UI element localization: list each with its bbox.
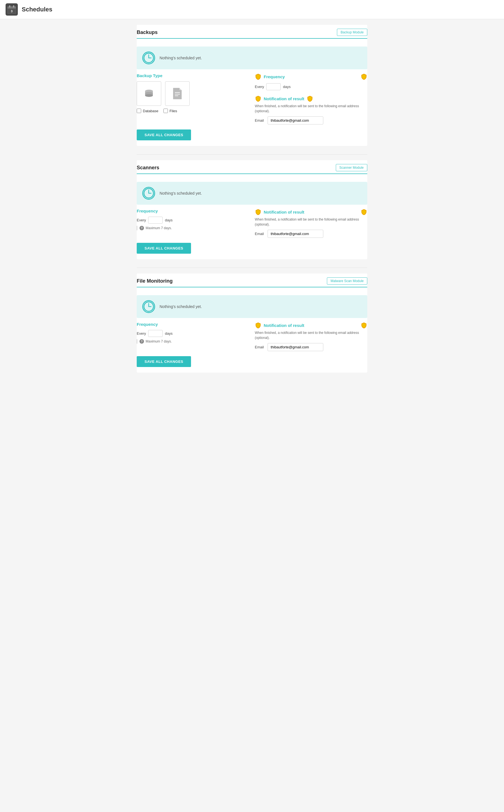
scanners-body: Nothing's scheduled yet. Frequency Every… xyxy=(137,174,367,259)
scanners-max-note: ? Maximum 7 days. xyxy=(137,226,249,230)
file-monitoring-max-note: ? Maximum 7 days. xyxy=(137,339,249,344)
backup-type-checkboxes: Database Files xyxy=(137,109,249,113)
divider-2 xyxy=(137,268,367,268)
file-monitoring-options: Frequency Every days ? Maximum 7 days. xyxy=(137,322,367,351)
database-checkbox[interactable] xyxy=(137,109,141,113)
file-monitoring-every-label: Every xyxy=(137,331,146,336)
shield-frequency-right-icon xyxy=(361,73,367,80)
page-header: 3 Schedules xyxy=(0,0,504,19)
backups-section: Backups Backup Module Nothing's schedule… xyxy=(137,25,367,146)
svg-point-17 xyxy=(144,189,153,198)
files-checkbox-label[interactable]: Files xyxy=(163,109,177,113)
backups-notification: Notification of result When finished, a … xyxy=(255,95,367,124)
scanners-notification-title: Notification of result xyxy=(255,209,367,215)
file-monitoring-email-label: Email xyxy=(255,345,265,349)
file-monitoring-section-header: File Monitoring Malware Scan Module xyxy=(137,273,367,287)
backups-notification-title: Notification of result xyxy=(255,95,313,102)
file-monitoring-title: File Monitoring xyxy=(137,278,173,284)
files-card[interactable] xyxy=(165,81,190,106)
file-monitoring-right-col: Notification of result When finished, a … xyxy=(255,322,367,351)
clock-icon-file-monitoring xyxy=(142,300,155,313)
shield-file-monitoring-right-icon xyxy=(361,322,367,329)
divider-1 xyxy=(137,154,367,155)
file-monitoring-body: Nothing's scheduled yet. Frequency Every… xyxy=(137,287,367,373)
shield-notification-right-icon xyxy=(307,95,313,102)
scanner-module-button[interactable]: Scanner Module xyxy=(336,164,367,171)
file-monitoring-section: File Monitoring Malware Scan Module Noth… xyxy=(137,273,367,373)
backups-save-button[interactable]: SAVE ALL CHANGES xyxy=(137,129,191,140)
scanners-title: Scanners xyxy=(137,165,159,171)
scanners-email-label: Email xyxy=(255,232,265,236)
backups-section-header: Backups Backup Module xyxy=(137,25,367,39)
scanners-nothing-scheduled: Nothing's scheduled yet. xyxy=(137,182,367,205)
scanners-every-label: Every xyxy=(137,218,146,222)
scanners-options: Frequency Every days ? Maximum 7 days. xyxy=(137,209,367,238)
svg-rect-3 xyxy=(9,5,10,8)
backups-right-col: Frequency Every days xyxy=(255,73,367,124)
file-monitoring-email-input[interactable] xyxy=(268,343,323,351)
backups-days-label: days xyxy=(283,85,290,89)
shield-notification-icon xyxy=(255,95,261,102)
shield-frequency-icon xyxy=(255,73,261,80)
file-monitoring-notification-desc: When finished, a notification will be se… xyxy=(255,330,367,340)
svg-rect-2 xyxy=(8,6,16,9)
scanners-right-col: Notification of result When finished, a … xyxy=(255,209,367,238)
shield-file-monitoring-icon xyxy=(255,322,261,329)
scanners-email-input[interactable] xyxy=(268,230,323,238)
backups-notification-header: Notification of result xyxy=(255,95,367,104)
backups-options: Backup Type xyxy=(137,73,367,124)
scanners-frequency-title: Frequency xyxy=(137,209,249,213)
backups-empty-text: Nothing's scheduled yet. xyxy=(160,56,202,60)
scanners-left-col: Frequency Every days ? Maximum 7 days. xyxy=(137,209,249,230)
backup-type-title: Backup Type xyxy=(137,73,249,78)
scanners-frequency-input[interactable] xyxy=(148,217,163,224)
svg-point-20 xyxy=(144,302,153,311)
backup-type-col: Backup Type xyxy=(137,73,249,113)
file-monitoring-days-label: days xyxy=(165,331,172,336)
scanners-section: Scanners Scanner Module Nothing's schedu… xyxy=(137,160,367,259)
scanners-email-row: Email xyxy=(255,230,367,238)
file-monitoring-email-row: Email xyxy=(255,343,367,351)
scanners-section-header: Scanners Scanner Module xyxy=(137,160,367,174)
file-monitoring-left-col: Frequency Every days ? Maximum 7 days. xyxy=(137,322,249,344)
file-monitoring-nothing-scheduled: Nothing's scheduled yet. xyxy=(137,295,367,318)
clock-icon xyxy=(142,52,155,64)
database-card[interactable] xyxy=(137,81,161,106)
backup-type-options xyxy=(137,81,249,106)
scanners-frequency-row: Every days xyxy=(137,217,249,224)
backups-frequency-input[interactable] xyxy=(266,83,281,90)
file-monitoring-frequency-title: Frequency xyxy=(137,322,249,327)
scanners-days-label: days xyxy=(165,218,172,222)
svg-point-13 xyxy=(145,94,153,97)
backups-frequency-row: Every days xyxy=(255,83,367,90)
backups-every-label: Every xyxy=(255,85,264,89)
database-checkbox-label[interactable]: Database xyxy=(137,109,158,113)
info-icon-file-monitoring: ? xyxy=(140,339,144,344)
scanners-save-button[interactable]: SAVE ALL CHANGES xyxy=(137,243,191,254)
svg-point-6 xyxy=(144,53,153,63)
shield-scanners-right-icon xyxy=(361,209,367,215)
malware-scan-module-button[interactable]: Malware Scan Module xyxy=(327,277,367,285)
backups-frequency-title: Frequency xyxy=(255,73,367,80)
file-monitoring-frequency-row: Every days xyxy=(137,330,249,337)
scanners-empty-text: Nothing's scheduled yet. xyxy=(160,191,202,195)
svg-text:3: 3 xyxy=(11,9,13,13)
file-monitoring-empty-text: Nothing's scheduled yet. xyxy=(160,304,202,309)
backups-title: Backups xyxy=(137,30,158,35)
page-content: Backups Backup Module Nothing's schedule… xyxy=(132,19,372,387)
backups-notification-desc: When finished, a notification will be se… xyxy=(255,104,367,114)
backups-email-input[interactable] xyxy=(268,116,323,124)
clock-icon-scanners xyxy=(142,187,155,200)
shield-scanners-icon xyxy=(255,209,261,215)
backups-email-label: Email xyxy=(255,118,265,123)
file-monitoring-frequency-input[interactable] xyxy=(148,330,163,337)
header-icon: 3 xyxy=(6,3,18,16)
file-monitoring-save-button[interactable]: SAVE ALL CHANGES xyxy=(137,356,191,367)
info-icon-scanners: ? xyxy=(140,226,144,230)
backups-body: Nothing's scheduled yet. Backup Type xyxy=(137,39,367,146)
backups-nothing-scheduled: Nothing's scheduled yet. xyxy=(137,47,367,69)
backup-module-button[interactable]: Backup Module xyxy=(337,29,367,36)
files-checkbox[interactable] xyxy=(163,109,168,113)
backups-email-row: Email xyxy=(255,116,367,124)
page-title: Schedules xyxy=(22,6,52,13)
